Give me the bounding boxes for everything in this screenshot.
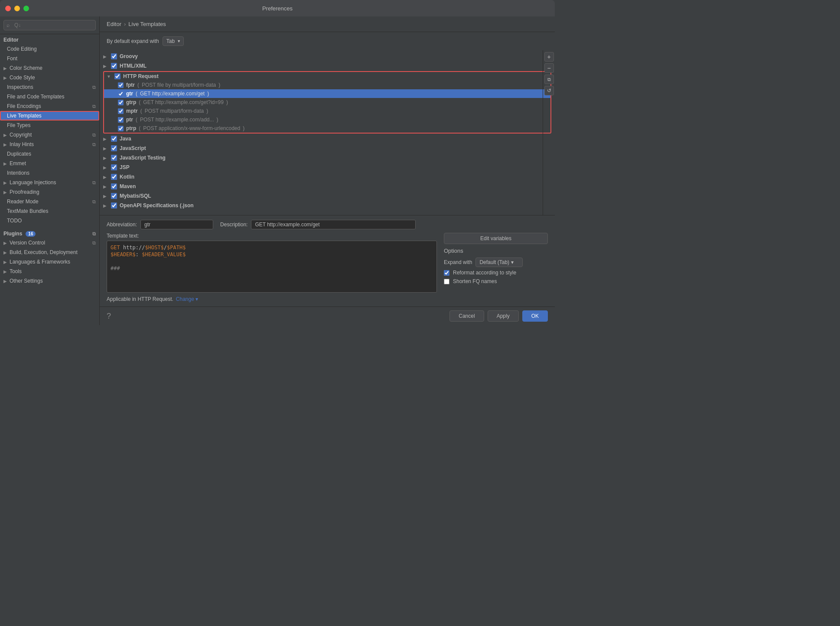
add-button[interactable]: + <box>544 52 554 62</box>
maximize-button[interactable] <box>23 6 29 11</box>
item-gtrp-abbr: gtrp <box>126 99 136 105</box>
sidebar-item-reader-mode[interactable]: Reader Mode ⧉ <box>0 197 99 206</box>
change-link[interactable]: Change ▾ <box>176 296 198 302</box>
sidebar-item-code-style[interactable]: ▶ Code Style <box>0 73 99 82</box>
sidebar-item-version-control[interactable]: ▶ Version Control ⧉ <box>0 238 99 248</box>
template-item-ptrp[interactable]: ptrp ( POST application/x-www-form-urlen… <box>104 124 550 133</box>
chevron-right-icon: ▶ <box>103 203 108 208</box>
expand-with-label: Expand with <box>444 259 472 265</box>
minimize-button[interactable] <box>14 6 20 11</box>
group-html-xml-checkbox[interactable] <box>111 63 117 69</box>
apply-button[interactable]: Apply <box>488 310 519 322</box>
search-input[interactable] <box>3 20 96 30</box>
sidebar-item-font[interactable]: Font <box>0 54 99 63</box>
template-item-gtrp[interactable]: gtrp ( GET http://example.com/get?id=99 … <box>104 98 550 107</box>
sidebar-item-proofreading[interactable]: ▶ Proofreading <box>0 187 99 197</box>
group-javascript-testing-checkbox[interactable] <box>111 155 117 161</box>
sidebar-item-intentions[interactable]: Intentions <box>0 168 99 178</box>
sidebar-item-other-settings[interactable]: ▶ Other Settings <box>0 276 99 286</box>
sidebar-item-inlay-hints[interactable]: ▶ Inlay Hints ⧉ <box>0 140 99 149</box>
item-gtrp-checkbox[interactable] <box>118 100 124 105</box>
code-editor[interactable]: GET http://$HOST$/$PATH$ $HEADER$: $HEAD… <box>107 241 437 293</box>
group-java: ▶ Java <box>100 134 555 143</box>
shorten-fq-checkbox[interactable] <box>444 279 449 284</box>
group-jsp-checkbox[interactable] <box>111 164 117 170</box>
group-openapi-checkbox[interactable] <box>111 202 117 209</box>
sidebar-item-copyright[interactable]: ▶ Copyright ⧉ <box>0 130 99 140</box>
sidebar-item-build-execution[interactable]: ▶ Build, Execution, Deployment <box>0 248 99 257</box>
group-maven-header[interactable]: ▶ Maven <box>100 182 555 191</box>
sidebar-item-live-templates[interactable]: Live Templates <box>0 111 99 121</box>
template-item-fptr[interactable]: fptr ( POST file by multipart/form-data … <box>104 81 550 89</box>
template-item-ptr[interactable]: ptr ( POST http://example.com/add... ) <box>104 115 550 124</box>
chevron-right-icon: ▶ <box>3 241 8 245</box>
group-java-checkbox[interactable] <box>111 136 117 142</box>
group-javascript-header[interactable]: ▶ JavaScript <box>100 144 555 153</box>
copy-button[interactable]: ⧉ <box>544 75 554 84</box>
sidebar-item-languages-frameworks[interactable]: ▶ Languages & Frameworks <box>0 257 99 267</box>
item-ptr-desc: POST http://example.com/add... <box>140 117 214 123</box>
sidebar-item-file-code-templates[interactable]: File and Code Templates <box>0 92 99 101</box>
group-jsp-header[interactable]: ▶ JSP <box>100 163 555 172</box>
sidebar-item-file-types[interactable]: File Types <box>0 121 99 130</box>
cancel-button[interactable]: Cancel <box>449 310 484 322</box>
reformat-checkbox[interactable] <box>444 270 449 276</box>
titlebar: Preferences <box>0 0 555 16</box>
sidebar-item-tools[interactable]: ▶ Tools <box>0 267 99 276</box>
group-kotlin-header[interactable]: ▶ Kotlin <box>100 173 555 181</box>
sidebar-scroll[interactable]: Editor Code Editing Font ▶ Color Scheme … <box>0 34 99 325</box>
item-ptr-checkbox[interactable] <box>118 117 124 123</box>
preferences-window: Preferences ⌕ Editor Code Editing <box>0 0 555 325</box>
ok-button[interactable]: OK <box>522 310 548 322</box>
item-gtr-checkbox[interactable] <box>118 91 124 97</box>
reformat-label: Reformat according to style <box>453 270 516 276</box>
sidebar-item-code-editing[interactable]: Code Editing <box>0 44 99 54</box>
sidebar-item-language-injections[interactable]: ▶ Language Injections ⧉ <box>0 178 99 187</box>
group-groovy-header[interactable]: ▶ Groovy <box>100 52 555 61</box>
template-item-gtr[interactable]: gtr ( GET http://example.com/get ) <box>104 89 550 98</box>
group-javascript-testing: ▶ JavaScript Testing <box>100 153 555 162</box>
group-javascript-testing-header[interactable]: ▶ JavaScript Testing <box>100 153 555 162</box>
sidebar-item-textmate-bundles[interactable]: TextMate Bundles <box>0 206 99 216</box>
group-http-request-header[interactable]: ▼ HTTP Request <box>104 72 550 81</box>
group-mybatis-header[interactable]: ▶ Mybatis/SQL <box>100 192 555 200</box>
close-button[interactable] <box>5 6 11 11</box>
group-maven-checkbox[interactable] <box>111 183 117 189</box>
sidebar-item-color-scheme[interactable]: ▶ Color Scheme <box>0 63 99 73</box>
revert-button[interactable]: ↺ <box>544 86 554 95</box>
item-ptrp-checkbox[interactable] <box>118 126 124 131</box>
sidebar-item-todo[interactable]: TODO <box>0 216 99 225</box>
templates-list[interactable]: ▶ Groovy ▶ HTML/XML <box>100 50 555 215</box>
template-text-area: Template text: GET http://$HOST$/$PATH$ … <box>107 233 437 302</box>
abbreviation-input[interactable] <box>140 220 213 229</box>
sidebar-item-inspections[interactable]: Inspections ⧉ <box>0 82 99 92</box>
group-openapi-header[interactable]: ▶ OpenAPI Specifications (.json <box>100 201 555 210</box>
group-javascript-checkbox[interactable] <box>111 145 117 151</box>
applicable-row: Applicable in HTTP Request. Change ▾ <box>107 296 437 302</box>
description-input[interactable] <box>251 220 416 229</box>
group-mybatis-checkbox[interactable] <box>111 193 117 199</box>
remove-button[interactable]: − <box>544 63 554 73</box>
chevron-right-icon: ▶ <box>103 137 108 141</box>
template-item-mptr[interactable]: mptr ( POST multipart/form-data ) <box>104 107 550 115</box>
template-body: Template text: GET http://$HOST$/$PATH$ … <box>107 233 548 302</box>
description-label: Description: <box>220 222 247 228</box>
help-icon[interactable]: ? <box>107 312 111 321</box>
sidebar-item-duplicates[interactable]: Duplicates <box>0 149 99 159</box>
item-mptr-checkbox[interactable] <box>118 108 124 114</box>
expand-dropdown[interactable]: Tab ▼ <box>163 36 184 46</box>
group-html-xml-header[interactable]: ▶ HTML/XML <box>100 62 555 70</box>
group-kotlin-checkbox[interactable] <box>111 174 117 180</box>
item-gtr-desc: GET http://example.com/get <box>140 91 205 97</box>
sidebar-item-file-encodings[interactable]: File Encodings ⧉ <box>0 101 99 111</box>
group-openapi: ▶ OpenAPI Specifications (.json <box>100 201 555 210</box>
reformat-row: Reformat according to style <box>444 270 548 276</box>
group-http-request-checkbox[interactable] <box>114 73 120 79</box>
group-groovy-checkbox[interactable] <box>111 53 117 59</box>
item-fptr-checkbox[interactable] <box>118 82 124 88</box>
edit-variables-button[interactable]: Edit variables <box>444 233 548 244</box>
expand-with-dropdown[interactable]: Default (Tab) ▾ <box>475 258 523 267</box>
sidebar-item-emmet[interactable]: ▶ Emmet <box>0 159 99 168</box>
expand-settings: By default expand with Tab ▼ <box>100 32 555 50</box>
group-java-header[interactable]: ▶ Java <box>100 134 555 143</box>
